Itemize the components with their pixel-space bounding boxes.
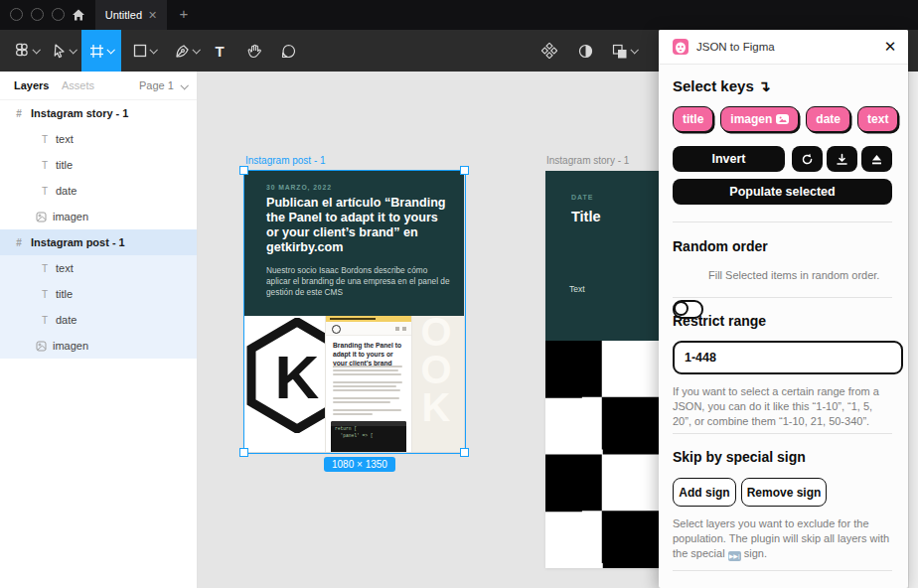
remove-sign-button[interactable]: Remove sign — [741, 478, 827, 507]
post-body-text: Nuestro socio Isaac Bordons describe cóm… — [266, 265, 453, 298]
text-layer-icon: T — [38, 160, 52, 171]
screenshot-watermark-text: OOK — [416, 316, 456, 423]
shape-tool-button[interactable] — [125, 30, 163, 72]
boolean-groups-button[interactable] — [602, 30, 646, 72]
plugin-header: JSON to Figma ✕ — [659, 30, 908, 65]
plugin-title: JSON to Figma — [696, 30, 775, 64]
random-order-heading: Random order — [673, 238, 768, 254]
site-logo-icon — [332, 325, 341, 334]
layer-row[interactable]: T title — [0, 281, 197, 307]
selection-handle-top-right[interactable] — [460, 166, 469, 175]
text-layer-icon: T — [38, 186, 52, 197]
download-json-button[interactable] — [827, 146, 857, 172]
post-date-text: 30 MARZO, 2022 — [266, 184, 332, 191]
home-icon[interactable] — [71, 7, 86, 27]
new-tab-icon[interactable]: + — [175, 5, 193, 23]
layer-row[interactable]: T date — [0, 178, 197, 204]
key-chip-title[interactable]: title — [673, 106, 713, 132]
chevron-down-icon[interactable] — [69, 46, 76, 54]
layer-row[interactable]: T date — [0, 307, 197, 333]
story-date-placeholder: DATE — [571, 194, 594, 201]
frame-tool-button[interactable] — [81, 30, 121, 72]
file-tab-label: Untitled — [105, 9, 142, 21]
hand-tool-button[interactable] — [238, 30, 270, 72]
chevron-down-icon[interactable] — [192, 46, 200, 54]
plugin-icon — [673, 39, 688, 55]
populate-selected-button[interactable]: Populate selected — [673, 179, 892, 205]
site-search-icon — [402, 327, 406, 331]
code-line: 'panel' => [ — [331, 433, 406, 440]
traffic-light-zoom-icon[interactable] — [52, 8, 65, 21]
chevron-down-icon[interactable] — [630, 46, 638, 54]
code-block: return [ 'panel' => [ — [331, 421, 406, 452]
refresh-icon — [801, 153, 814, 166]
chevron-down-icon[interactable] — [32, 46, 40, 54]
frame-icon: # — [12, 108, 26, 119]
refresh-button[interactable] — [792, 146, 823, 172]
image-layer-icon — [36, 212, 47, 222]
layer-row[interactable]: imagen — [0, 204, 197, 229]
skip-sign-help: Select layers you want to exclude for th… — [673, 516, 897, 562]
restrict-range-help: If you want to select a certain range fr… — [673, 384, 893, 430]
mask-icon[interactable] — [568, 30, 602, 72]
key-chip-text[interactable]: text — [857, 106, 898, 132]
post-frame-label[interactable]: Instagram post - 1 — [245, 155, 326, 166]
layer-row-story-group[interactable]: # Instagram story - 1 — [0, 100, 197, 126]
eject-icon — [870, 153, 883, 166]
selection-handle-bottom-left[interactable] — [239, 448, 248, 457]
image-layer-icon — [36, 341, 47, 352]
main-menu-button[interactable] — [8, 30, 46, 72]
canvas-scrollbar[interactable] — [908, 72, 918, 588]
divider — [673, 570, 892, 571]
story-text-placeholder: Text — [569, 284, 585, 294]
traffic-light-minimize-icon[interactable] — [31, 8, 44, 21]
layer-row-post-group[interactable]: # Instagram post - 1 — [0, 229, 197, 255]
download-icon — [836, 153, 848, 166]
svg-text:K: K — [275, 343, 320, 411]
layer-row[interactable]: imagen — [0, 333, 197, 359]
plugin-window: JSON to Figma ✕ Select keys ↴ title imag… — [659, 30, 908, 588]
selection-handle-top-left[interactable] — [239, 166, 248, 175]
frame-icon: # — [12, 237, 26, 248]
tab-close-icon[interactable]: ✕ — [148, 9, 157, 22]
restrict-range-input[interactable] — [673, 341, 903, 374]
key-chip-date[interactable]: date — [806, 106, 850, 132]
key-chip-imagen[interactable]: imagen — [720, 106, 799, 132]
layer-row[interactable]: T text — [0, 255, 197, 281]
site-menu-icon — [395, 327, 399, 331]
chevron-down-icon[interactable] — [106, 46, 114, 54]
image-icon — [776, 114, 789, 124]
chevron-down-icon[interactable] — [149, 46, 157, 54]
key-chip-row: title imagen date text — [673, 106, 895, 132]
post-teal-block: 30 MARZO, 2022 Publican el artículo “Bra… — [244, 171, 464, 316]
add-sign-button[interactable]: Add sign — [673, 478, 736, 507]
skip-sign-icon: ▶▶| — [728, 551, 741, 561]
restrict-range-heading: Restrict range — [673, 313, 766, 329]
page-selector[interactable]: Page 1 — [139, 72, 187, 99]
text-layer-icon: T — [38, 134, 52, 145]
layer-row[interactable]: T title — [0, 152, 197, 178]
tab-layers[interactable]: Layers — [14, 72, 49, 99]
move-tool-button[interactable] — [46, 30, 81, 72]
traffic-light-close-icon[interactable] — [10, 8, 23, 21]
text-layer-icon: T — [38, 315, 52, 326]
post-title-text: Publican el artículo “Branding the Panel… — [266, 196, 447, 255]
tab-assets[interactable]: Assets — [62, 72, 94, 99]
story-frame-label[interactable]: Instagram story - 1 — [546, 155, 629, 166]
restrict-range-field-wrap — [659, 341, 908, 374]
plugin-close-icon[interactable]: ✕ — [881, 38, 899, 56]
selection-handle-bottom-right[interactable] — [460, 448, 469, 457]
layer-row[interactable]: T text — [0, 126, 197, 152]
post-frame[interactable]: 30 MARZO, 2022 Publican el artículo “Bra… — [244, 171, 464, 452]
comment-tool-button[interactable] — [272, 30, 304, 72]
website-screenshot: Branding the Panel to adapt it to yours … — [325, 316, 412, 452]
pen-tool-button[interactable] — [167, 30, 207, 72]
divider — [673, 221, 892, 222]
eject-button[interactable] — [861, 146, 892, 172]
chevron-down-icon — [180, 81, 188, 89]
dimensions-badge: 1080 × 1350 — [324, 457, 395, 472]
invert-button[interactable]: Invert — [673, 146, 785, 172]
create-component-icon[interactable] — [533, 30, 566, 72]
text-tool-button[interactable]: T — [205, 30, 234, 72]
file-tab[interactable]: Untitled ✕ — [95, 0, 167, 30]
